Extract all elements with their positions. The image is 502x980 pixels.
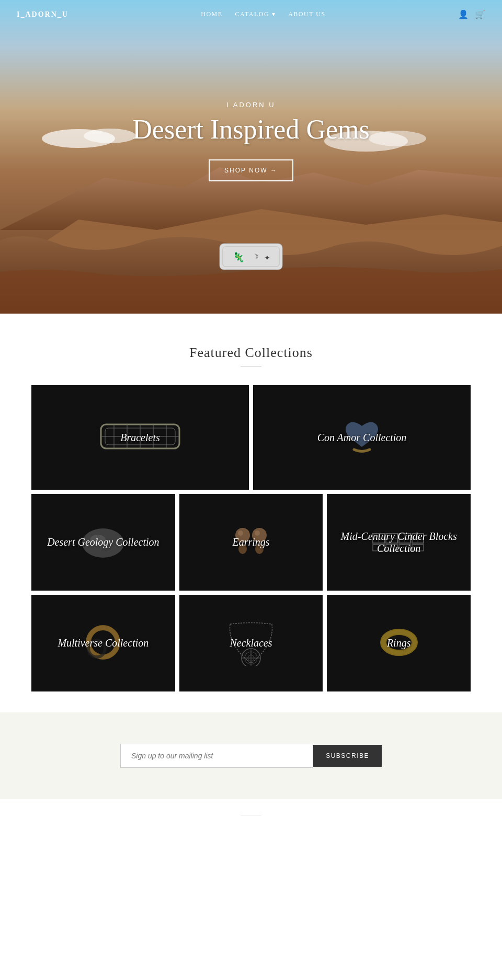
collection-earrings[interactable]: Earrings — [179, 494, 323, 591]
svg-text:🦎: 🦎 — [233, 251, 245, 263]
logo[interactable]: I_ADORN_U — [17, 10, 69, 19]
nav-catalog[interactable]: CATALOG ▾ — [235, 10, 276, 18]
featured-section: Featured Collections — [0, 314, 502, 712]
grid-row-2: Desert Geology Collection — [31, 494, 471, 591]
grid-row-3: Multiverse Collection Necklaces — [31, 595, 471, 691]
collection-desert-geology[interactable]: Desert Geology Collection — [31, 494, 175, 591]
shop-now-button[interactable]: SHOP NOW → — [209, 159, 293, 181]
rings-label: Rings — [381, 637, 417, 649]
bracelets-label: Bracelets — [114, 432, 166, 444]
mailing-section: SUBSCRIBE — [0, 712, 502, 799]
nav-icons: 👤 🛒 — [458, 9, 485, 19]
svg-text:☽: ☽ — [252, 253, 259, 261]
collection-con-amor[interactable]: Con Amor Collection — [253, 385, 471, 490]
mailing-form: SUBSCRIBE — [120, 744, 382, 768]
footer-divider — [241, 815, 261, 815]
featured-title: Featured Collections — [31, 345, 471, 361]
main-nav: HOME CATALOG ▾ ABOUT US — [201, 10, 325, 18]
svg-point-21 — [238, 531, 243, 536]
grid-row-1: Bracelets Con Amor Collection — [31, 385, 471, 490]
desert-geology-label: Desert Geology Collection — [41, 536, 165, 548]
collection-necklaces[interactable]: Necklaces — [179, 595, 323, 691]
svg-point-1 — [84, 129, 136, 143]
svg-text:✦: ✦ — [264, 254, 270, 262]
hero-ring: 🦎 ☽ ✦ — [214, 233, 288, 282]
hero-subtitle: I ADORN U — [132, 101, 369, 109]
site-header: I_ADORN_U HOME CATALOG ▾ ABOUT US 👤 🛒 — [0, 0, 502, 29]
section-divider — [241, 366, 261, 366]
hero-section: 🦎 ☽ ✦ I ADORN U Desert Inspired Gems SHO… — [0, 0, 502, 314]
svg-rect-4 — [220, 244, 282, 270]
account-icon[interactable]: 👤 — [458, 9, 469, 19]
hero-title: Desert Inspired Gems — [132, 114, 369, 145]
multiverse-label: Multiverse Collection — [51, 637, 155, 649]
collection-bracelets[interactable]: Bracelets — [31, 385, 249, 490]
svg-point-3 — [369, 131, 426, 146]
necklaces-label: Necklaces — [223, 637, 278, 649]
collection-grid: Bracelets Con Amor Collection — [31, 385, 471, 691]
collection-mid-century[interactable]: Mid-Century Cinder Blocks Collection — [327, 494, 471, 591]
subscribe-button[interactable]: SUBSCRIBE — [313, 745, 382, 767]
hero-content: I ADORN U Desert Inspired Gems SHOP NOW … — [132, 101, 369, 181]
con-amor-label: Con Amor Collection — [311, 432, 413, 444]
cart-icon[interactable]: 🛒 — [475, 9, 485, 19]
mid-century-label: Mid-Century Cinder Blocks Collection — [327, 531, 471, 555]
earrings-label: Earrings — [226, 536, 276, 548]
collection-rings[interactable]: Rings — [327, 595, 471, 691]
ring-jewelry-svg: 🦎 ☽ ✦ — [214, 233, 288, 280]
nav-about[interactable]: ABOUT US — [288, 10, 325, 18]
nav-home[interactable]: HOME — [201, 10, 222, 18]
collection-multiverse[interactable]: Multiverse Collection — [31, 595, 175, 691]
site-footer — [0, 799, 502, 841]
svg-point-23 — [255, 531, 260, 536]
mailing-input[interactable] — [120, 744, 313, 768]
